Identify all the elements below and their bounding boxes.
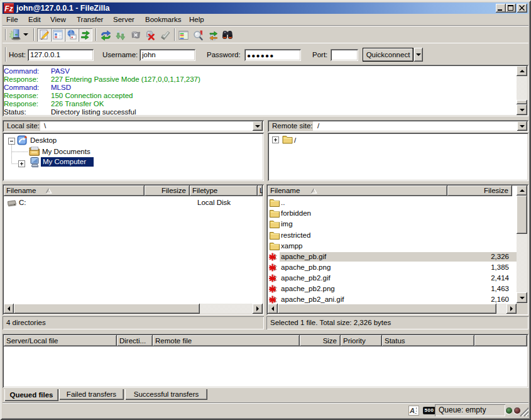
svg-text:Fz: Fz (4, 4, 13, 13)
